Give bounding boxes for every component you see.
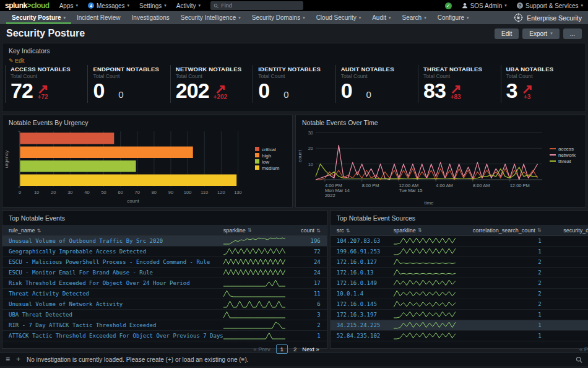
cell-rule_name[interactable]: Risk Threshold Exceeded For Object Over … (2, 280, 223, 286)
nav-security-domains[interactable]: Security Domains ▾ (246, 11, 311, 24)
user-menu[interactable]: SOS Admin ▾ (462, 2, 507, 9)
nav-investigations[interactable]: Investigations (126, 11, 175, 24)
table-row[interactable]: Unusual Volume of Outbound Traffic By Sr… (2, 236, 327, 247)
cell-src[interactable]: 52.84.235.102 (331, 333, 394, 339)
cell-rule_name[interactable]: Unusual Volume of Outbound Traffic By Sr… (2, 238, 223, 244)
nav-label: Audit (372, 14, 386, 21)
urgency-bar-chart[interactable]: 0102030405060708090100110120130counturge… (2, 128, 292, 204)
column-header-label: count (301, 227, 314, 234)
table-row[interactable]: ESCU - Monitor Email For Brand Abuse - R… (2, 268, 327, 278)
table-row[interactable]: 104.207.83.631124 (331, 236, 588, 247)
cell-src[interactable]: 172.16.0.127 (331, 259, 394, 265)
table-row[interactable]: ATT&CK Tactic Threshold Exceeded For Obj… (2, 331, 327, 341)
kpi-network-notables[interactable]: NETWORK NOTABLESTotal Count202↗+202 (170, 65, 253, 103)
page-header: Security Posture Edit Export ▾ ... (0, 24, 588, 43)
kpi-value: 0 (258, 81, 269, 100)
table-row[interactable]: 52.84.235.1021118 (331, 331, 588, 341)
more-button[interactable]: ... (563, 28, 582, 39)
cell-src[interactable]: 10.0.1.4 (331, 291, 394, 297)
kpi-title: AUDIT NOTABLES (341, 66, 413, 72)
table-row[interactable]: 10.0.1.42219 (331, 289, 588, 299)
kpi-access-notables[interactable]: ACCESS NOTABLESTotal Count72↗+72 (5, 65, 87, 103)
footer-search-icon[interactable] (576, 356, 582, 363)
column-header-count[interactable]: count⇅ (295, 227, 327, 234)
menu-activity-label: Activity (176, 2, 196, 9)
kpi-title: NETWORK NOTABLES (176, 66, 248, 72)
nav-security-posture[interactable]: Security Posture ▾ (6, 11, 71, 24)
kpi-audit-notables[interactable]: AUDIT NOTABLESTotal Count00 (335, 65, 418, 103)
prev-page-button[interactable]: « Prev (253, 346, 270, 353)
table-row[interactable]: UBA Threat Detected3 (2, 310, 327, 320)
events-over-time-line-chart[interactable]: 1020304:00 PMMon Mar 1420228:00 PM12:00 … (296, 128, 586, 206)
cell-src[interactable]: 172.16.0.13 (331, 269, 394, 276)
table-row[interactable]: 34.215.24.2251118 (331, 320, 588, 331)
edit-dashboard-button[interactable]: Edit (495, 28, 519, 39)
export-button[interactable]: Export ▾ (522, 28, 559, 39)
table-row[interactable]: 172.16.0.1272220 (331, 257, 588, 268)
nav-security-intelligence[interactable]: Security Intelligence ▾ (175, 11, 246, 24)
table-row[interactable]: 172.16.3.1971118 (331, 310, 588, 320)
table-row[interactable]: Unusual Volume of Network Activity6 (2, 299, 327, 310)
kpi-value: 83 (423, 81, 446, 100)
key-indicators-edit-link[interactable]: ✎ Edit (2, 56, 586, 65)
prev-page-button[interactable]: « Prev (579, 346, 588, 353)
table-row[interactable]: Geographically Improbable Access Detecte… (2, 247, 327, 257)
table-row[interactable]: Threat Activity Detected11 (2, 289, 327, 299)
find-search[interactable] (210, 1, 303, 10)
cell-src[interactable]: 172.16.3.197 (331, 312, 394, 318)
table-row[interactable]: 172.16.0.1492220 (331, 278, 588, 289)
table-row[interactable]: 172.16.0.1452219 (331, 299, 588, 310)
table-row[interactable]: 172.16.0.132220 (331, 268, 588, 278)
page-button-2[interactable]: 2 (293, 346, 296, 353)
nav-incident-review[interactable]: Incident Review (71, 11, 126, 24)
investigation-list-icon[interactable]: ≡ (6, 355, 10, 364)
kpi-identity-notables[interactable]: IDENTITY NOTABLESTotal Count00 (253, 65, 335, 103)
kpi-threat-notables[interactable]: THREAT NOTABLESTotal Count83↗+83 (418, 65, 500, 103)
cell-src[interactable]: 199.66.91.253 (331, 248, 394, 255)
page-button-1[interactable]: 1 (276, 344, 288, 354)
sort-icon: ⇅ (37, 228, 41, 234)
column-header-rule_name[interactable]: rule_name⇅ (2, 227, 223, 234)
cell-rule_name[interactable]: Threat Activity Detected (2, 291, 223, 297)
menu-messages[interactable]: 4 Messages ▾ (88, 2, 129, 9)
support-menu[interactable]: ? Support & Services ▾ (517, 2, 583, 9)
cell-src[interactable]: 172.16.0.145 (331, 301, 394, 307)
menu-settings[interactable]: Settings ▾ (139, 2, 166, 9)
person-icon (462, 2, 468, 9)
nav-audit[interactable]: Audit ▾ (366, 11, 396, 24)
cell-rule_name[interactable]: UBA Threat Detected (2, 312, 223, 318)
column-header-src[interactable]: src⇅ (331, 227, 394, 234)
menu-activity[interactable]: Activity ▾ (176, 2, 201, 9)
cell-src[interactable]: 172.16.0.149 (331, 280, 394, 286)
health-status-icon[interactable]: ✓ (445, 2, 452, 9)
column-header-sparkline[interactable]: sparkline⇅ (394, 227, 473, 234)
cell-src[interactable]: 34.215.24.225 (331, 322, 394, 328)
splunk-cloud-logo[interactable]: splunk>cloud (5, 1, 50, 10)
cell-rule_name[interactable]: Geographically Improbable Access Detecte… (2, 248, 223, 255)
key-indicators-title: Key Indicators (2, 43, 586, 56)
table-row[interactable]: 199.66.91.2531124 (331, 247, 588, 257)
create-investigation-icon[interactable]: + (16, 355, 20, 364)
logo-cloud-text: cloud (31, 1, 50, 10)
table-row[interactable]: Risk Threshold Exceeded For Object Over … (2, 278, 327, 289)
next-page-button[interactable]: Next » (302, 346, 319, 353)
nav-cloud-security[interactable]: Cloud Security ▾ (311, 11, 367, 24)
kpi-value-row: 00 (258, 81, 330, 100)
table-row[interactable]: RIR - 7 Day ATT&CK Tactic Threshold Exce… (2, 320, 327, 331)
column-header-security_domain_count[interactable]: security_domain_count⇅ (544, 227, 588, 234)
table-row[interactable]: ESCU - Malicious PowerShell Process - En… (2, 257, 327, 268)
nav-configure[interactable]: Configure ▾ (432, 11, 475, 24)
menu-apps[interactable]: Apps ▾ (59, 2, 78, 9)
cell-rule_name[interactable]: RIR - 7 Day ATT&CK Tactic Threshold Exce… (2, 322, 223, 328)
cell-rule_name[interactable]: ESCU - Monitor Email For Brand Abuse - R… (2, 269, 223, 276)
nav-search[interactable]: Search ▾ (397, 11, 432, 24)
kpi-uba-notables[interactable]: UBA NOTABLESTotal Count3↗+3 (501, 65, 583, 103)
column-header-correlation_search_count[interactable]: correlation_search_count⇅ (473, 227, 544, 234)
column-header-sparkline[interactable]: sparkline⇅ (223, 227, 295, 234)
find-input[interactable] (221, 2, 300, 9)
cell-rule_name[interactable]: ATT&CK Tactic Threshold Exceeded For Obj… (2, 333, 223, 339)
kpi-endpoint-notables[interactable]: ENDPOINT NOTABLESTotal Count00 (87, 65, 170, 103)
cell-rule_name[interactable]: ESCU - Malicious PowerShell Process - En… (2, 259, 223, 265)
cell-src[interactable]: 104.207.83.63 (331, 238, 394, 244)
cell-rule_name[interactable]: Unusual Volume of Network Activity (2, 301, 223, 307)
